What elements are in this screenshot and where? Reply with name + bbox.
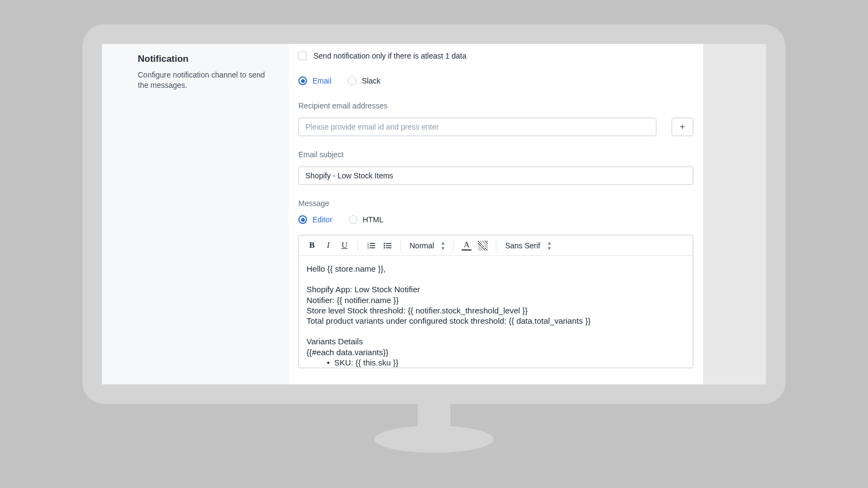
recipient-label: Recipient email addresses xyxy=(298,101,693,110)
svg-text:3: 3 xyxy=(367,246,369,249)
message-label: Message xyxy=(298,199,693,208)
monitor-frame: Notification Configure notification chan… xyxy=(82,24,786,464)
channel-radio-group: Email Slack xyxy=(298,76,693,85)
ordered-list-icon[interactable]: 123 xyxy=(365,239,378,252)
svg-point-10 xyxy=(384,245,385,246)
font-select-label: Sans Serif xyxy=(505,241,540,250)
screen: Notification Configure notification chan… xyxy=(102,44,766,384)
heading-select[interactable]: Normal ▴▾ xyxy=(407,240,446,251)
subject-label: Email subject xyxy=(298,150,693,159)
radio-unselected-icon xyxy=(349,215,358,224)
svg-point-11 xyxy=(384,247,385,248)
recipient-group: Recipient email addresses + xyxy=(298,101,693,136)
sidebar-description: Configure notification channel to send t… xyxy=(138,70,273,91)
heading-select-label: Normal xyxy=(410,241,434,250)
screen-gutter xyxy=(703,44,766,384)
channel-email[interactable]: Email xyxy=(298,76,331,85)
mode-html-label: HTML xyxy=(363,215,384,224)
channel-slack-label: Slack xyxy=(362,76,380,85)
svg-point-9 xyxy=(384,242,385,244)
chevron-updown-icon: ▴▾ xyxy=(442,240,444,251)
monitor-stand-base xyxy=(374,426,494,453)
atleast-one-data-row[interactable]: Send notification only if there is atlea… xyxy=(298,52,693,60)
mode-html[interactable]: HTML xyxy=(349,215,384,224)
mode-editor[interactable]: Editor xyxy=(298,215,333,224)
message-mode-group: Editor HTML xyxy=(298,215,693,224)
text-color-icon[interactable]: A xyxy=(460,239,473,252)
italic-icon[interactable]: I xyxy=(322,239,335,252)
underline-icon[interactable]: U xyxy=(338,239,351,252)
channel-email-label: Email xyxy=(312,76,331,85)
radio-selected-icon xyxy=(298,215,307,224)
subject-group: Email subject xyxy=(298,150,693,185)
sidebar-title: Notification xyxy=(138,54,273,65)
toolbar-separator xyxy=(400,240,401,252)
channel-slack[interactable]: Slack xyxy=(348,76,380,85)
toolbar-separator xyxy=(358,240,358,252)
mode-editor-label: Editor xyxy=(312,215,333,224)
rich-text-editor: B I U 123 xyxy=(298,235,693,368)
bold-icon[interactable]: B xyxy=(305,239,318,252)
monitor-bezel: Notification Configure notification chan… xyxy=(82,24,786,404)
unordered-list-icon[interactable] xyxy=(381,239,394,252)
editor-body[interactable]: Hello {{ store.name }}, Shopify App: Low… xyxy=(299,256,693,368)
toolbar-separator xyxy=(496,240,496,252)
main-panel: Send notification only if there is atlea… xyxy=(289,44,703,384)
radio-unselected-icon xyxy=(348,76,356,85)
radio-selected-icon xyxy=(298,76,307,85)
atleast-one-data-label: Send notification only if there is atlea… xyxy=(314,52,467,60)
font-select[interactable]: Sans Serif ▴▾ xyxy=(503,240,553,251)
chevron-updown-icon: ▴▾ xyxy=(548,240,551,251)
background-color-icon[interactable]: A xyxy=(476,239,489,252)
checkbox-icon[interactable] xyxy=(298,52,307,60)
subject-input[interactable] xyxy=(298,166,693,185)
editor-toolbar: B I U 123 xyxy=(299,235,693,256)
toolbar-separator xyxy=(453,240,454,252)
recipient-input[interactable] xyxy=(298,118,656,136)
app-content: Notification Configure notification chan… xyxy=(102,44,703,384)
sidebar: Notification Configure notification chan… xyxy=(102,44,289,384)
add-recipient-button[interactable]: + xyxy=(672,118,693,136)
message-group: Message Editor HTML xyxy=(298,199,693,368)
